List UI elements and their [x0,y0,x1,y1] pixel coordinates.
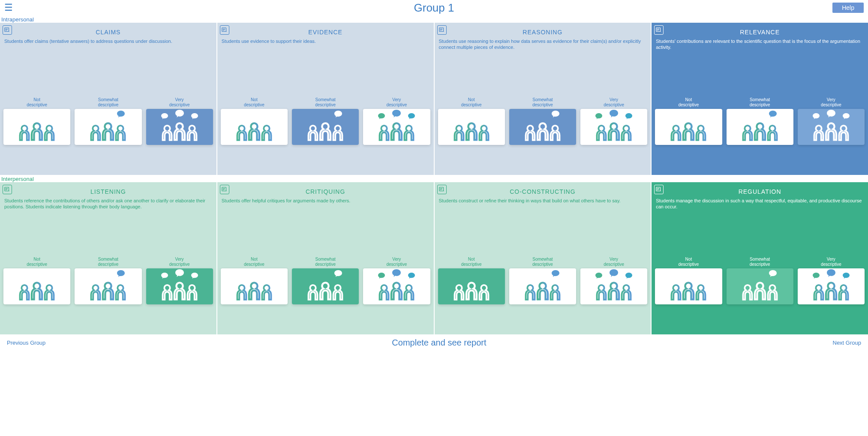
note-icon[interactable] [220,25,229,35]
option-box-very[interactable] [146,268,213,304]
option-label-not: Notdescriptive [27,256,47,267]
option-very[interactable]: Verydescriptive [363,256,430,304]
note-icon[interactable] [437,25,447,35]
option-box-very[interactable] [798,109,865,145]
option-box-very[interactable] [363,268,430,304]
option-box-not[interactable] [3,109,70,145]
card-description: Students' contributions are relevant to … [655,36,865,51]
card-description: Students use reasoning to explain how da… [438,36,648,51]
option-somewhat[interactable]: Somewhatdescriptive [727,97,793,145]
option-box-not[interactable] [655,109,722,145]
option-somewhat[interactable]: Somewhatdescriptive [509,256,576,304]
option-label-not: Notdescriptive [678,97,699,107]
card-description: Students construct or refine their think… [438,195,648,204]
card-critiquing: CRITIQUING Students offer helpful critiq… [217,182,434,334]
option-box-very[interactable] [580,268,647,304]
option-not[interactable]: Notdescriptive [655,97,722,145]
option-somewhat[interactable]: Somewhatdescriptive [75,97,141,145]
option-box-somewhat[interactable] [509,109,576,145]
option-label-very: Verydescriptive [821,256,841,267]
option-very[interactable]: Verydescriptive [363,97,430,145]
next-group-link[interactable]: Next Group [833,340,861,346]
note-icon[interactable] [220,185,229,194]
intrapersonal-label: Intrapersonal [0,15,868,23]
interpersonal-label: Interpersonal [0,175,868,182]
options-row: Notdescriptive Somewhatdescriptive [221,256,430,304]
note-icon[interactable] [3,185,12,194]
option-label-somewhat: Somewhatdescriptive [315,97,336,107]
option-box-somewhat[interactable] [292,268,359,304]
option-box-very[interactable] [580,109,647,145]
option-very[interactable]: Verydescriptive [798,97,865,145]
options-row: Notdescriptive Somewhatdescriptive [221,97,430,145]
option-box-very[interactable] [363,109,430,145]
option-label-very: Verydescriptive [604,256,624,267]
option-somewhat[interactable]: Somewhatdescriptive [727,256,793,304]
option-label-somewhat: Somewhatdescriptive [98,256,118,267]
card-title: RELEVANCE [655,27,865,36]
option-not[interactable]: Notdescriptive [3,97,70,145]
option-label-somewhat: Somewhatdescriptive [315,256,336,267]
option-box-somewhat[interactable] [292,109,359,145]
interpersonal-grid: LISTENING Students reference the contrib… [0,182,868,334]
option-label-very: Verydescriptive [821,97,841,107]
card-description: Students manage the discussion in such a… [655,195,865,210]
card-description: Students offer helpful critiques for arg… [221,195,430,204]
note-icon[interactable] [3,25,12,35]
option-very[interactable]: Verydescriptive [798,256,865,304]
previous-group-link[interactable]: Previous Group [7,340,45,346]
card-claims: CLAIMS Students offer claims (tentative … [0,23,216,175]
option-label-not: Notdescriptive [678,256,699,267]
option-somewhat[interactable]: Somewhatdescriptive [509,97,576,145]
note-icon[interactable] [654,185,664,194]
card-title: REGULATION [655,186,865,195]
option-box-very[interactable] [798,268,865,304]
option-not[interactable]: Notdescriptive [3,256,70,304]
note-icon[interactable] [654,25,664,35]
option-very[interactable]: Verydescriptive [146,97,213,145]
help-button[interactable]: Help [832,3,864,13]
options-row: Notdescriptive Somewhatdescriptive [3,256,213,304]
option-box-not[interactable] [655,268,722,304]
option-very[interactable]: Verydescriptive [580,256,647,304]
card-description: Students offer claims (tentative answers… [3,36,213,44]
footer: Previous Group Complete and see report N… [0,334,868,351]
card-reasoning: REASONING Students use reasoning to expl… [435,23,651,175]
card-coconstructing: CO-CONSTRUCTING Students construct or re… [435,182,651,334]
option-box-somewhat[interactable] [75,109,141,145]
options-row: Notdescriptive Somewhatdescriptive [655,97,865,145]
note-icon[interactable] [437,185,447,194]
option-not[interactable]: Notdescriptive [438,256,505,304]
menu-icon[interactable]: ☰ [4,2,13,13]
card-description: Students use evidence to support their i… [221,36,430,44]
option-not[interactable]: Notdescriptive [438,97,505,145]
option-box-somewhat[interactable] [75,268,141,304]
option-box-not[interactable] [221,109,288,145]
option-very[interactable]: Verydescriptive [146,256,213,304]
option-somewhat[interactable]: Somewhatdescriptive [292,256,359,304]
complete-report-link[interactable]: Complete and see report [392,338,486,348]
option-somewhat[interactable]: Somewhatdescriptive [75,256,141,304]
option-box-somewhat[interactable] [727,109,793,145]
option-box-somewhat[interactable] [509,268,576,304]
option-label-not: Notdescriptive [244,256,264,267]
option-label-not: Notdescriptive [244,97,264,107]
option-box-not[interactable] [221,268,288,304]
option-box-not[interactable] [438,268,505,304]
option-somewhat[interactable]: Somewhatdescriptive [292,97,359,145]
option-not[interactable]: Notdescriptive [221,256,288,304]
card-regulation: REGULATION Students manage the discussio… [652,182,868,334]
options-row: Notdescriptive Somewhatdescriptive [438,256,648,304]
option-not[interactable]: Notdescriptive [655,256,722,304]
options-row: Notdescriptive Somewhatdescriptive [655,256,865,304]
option-box-not[interactable] [3,268,70,304]
option-not[interactable]: Notdescriptive [221,97,288,145]
option-box-not[interactable] [438,109,505,145]
option-very[interactable]: Verydescriptive [580,97,647,145]
option-box-very[interactable] [146,109,213,145]
card-title: CRITIQUING [221,186,430,195]
card-title: REASONING [438,27,648,36]
option-label-not: Notdescriptive [461,256,482,267]
options-row: Notdescriptive Somewhatdescriptive [438,97,648,145]
option-box-somewhat[interactable] [727,268,793,304]
